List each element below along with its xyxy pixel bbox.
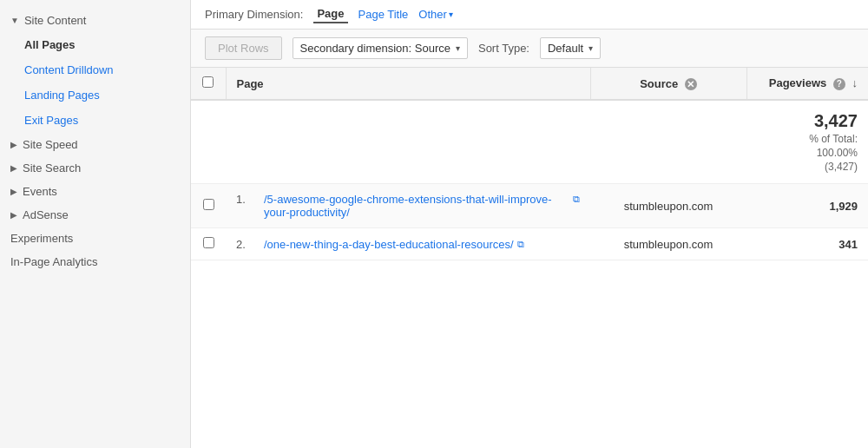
- remove-source-icon[interactable]: ✕: [685, 78, 697, 90]
- sidebar-section-events[interactable]: ▶ Events: [0, 180, 190, 203]
- table-row: 1. /5-awesome-google-chrome-extensions-t…: [191, 184, 868, 228]
- secondary-dimension-dropdown[interactable]: Secondary dimension: Source ▾: [293, 37, 468, 59]
- expand-arrow-icon: ▶: [10, 187, 17, 196]
- row-index: 2.: [236, 238, 257, 251]
- summary-checkbox-cell: [191, 100, 226, 184]
- row-pageviews: 341: [838, 238, 858, 251]
- th-pageviews-label: Pageviews: [769, 76, 827, 89]
- summary-row: 3,427 % of Total: 100.00% (3,427): [191, 100, 868, 184]
- sidebar-section-label: Site Speed: [23, 138, 78, 151]
- sidebar-section-adsense[interactable]: ▶ AdSense: [0, 203, 190, 227]
- row-source: stumbleupon.com: [624, 238, 713, 251]
- summary-pageviews-number: 3,427: [757, 111, 858, 131]
- chevron-down-icon: ▾: [589, 43, 593, 53]
- th-page: Page: [226, 68, 590, 100]
- sort-arrow-icon: ↓: [852, 76, 858, 89]
- page-link[interactable]: /5-awesome-google-chrome-extensions-that…: [264, 193, 580, 219]
- tab-page[interactable]: Page: [313, 5, 347, 23]
- expand-arrow-icon: ▼: [10, 16, 19, 25]
- th-checkbox: [191, 68, 226, 100]
- row-source: stumbleupon.com: [624, 200, 713, 213]
- expand-arrow-icon: ▶: [10, 140, 17, 149]
- sidebar-item-exit-pages[interactable]: Exit Pages: [0, 108, 190, 133]
- th-pageviews: Pageviews ? ↓: [746, 68, 868, 100]
- row-source-cell: stumbleupon.com: [590, 184, 746, 228]
- summary-pageviews-cell: 3,427 % of Total: 100.00% (3,427): [746, 100, 868, 184]
- main-content: Primary Dimension: Page Page Title Other…: [191, 0, 868, 448]
- sidebar-item-label: All Pages: [24, 38, 76, 51]
- sidebar-section-label: Site Search: [23, 161, 81, 175]
- sort-type-dropdown[interactable]: Default ▾: [540, 37, 601, 59]
- tab-other-label: Other: [418, 8, 447, 21]
- summary-percent-label: % of Total:: [757, 133, 858, 145]
- sidebar-section-label: Experiments: [10, 232, 73, 245]
- select-all-checkbox[interactable]: [202, 76, 214, 88]
- primary-dimension-bar: Primary Dimension: Page Page Title Other…: [191, 0, 868, 30]
- sort-type-label: Sort Type:: [478, 42, 529, 55]
- sidebar-section-site-content[interactable]: ▼ Site Content: [0, 9, 190, 32]
- sidebar-item-content-drilldown[interactable]: Content Drilldown: [0, 57, 190, 82]
- sidebar-section-site-speed[interactable]: ▶ Site Speed: [0, 133, 190, 156]
- sidebar-section-in-page-analytics[interactable]: In-Page Analytics: [0, 250, 190, 273]
- page-link[interactable]: /one-new-thing-a-day-best-educational-re…: [264, 238, 524, 251]
- sidebar-section-label: Site Content: [24, 14, 87, 27]
- row-source-cell: stumbleupon.com: [590, 228, 746, 260]
- sidebar-item-all-pages[interactable]: All Pages: [0, 32, 190, 57]
- sidebar-section-site-search[interactable]: ▶ Site Search: [0, 156, 190, 180]
- external-link-icon: ⧉: [573, 194, 580, 205]
- expand-arrow-icon: ▶: [10, 163, 17, 173]
- sidebar: ▼ Site Content All Pages Content Drilldo…: [0, 0, 191, 448]
- summary-total-raw: (3,427): [757, 161, 858, 173]
- row-pageviews: 1,929: [829, 200, 858, 213]
- expand-arrow-icon: ▶: [10, 210, 17, 220]
- secondary-dimension-label: Secondary dimension: Source: [300, 42, 450, 55]
- th-source: Source ✕: [590, 68, 746, 100]
- sidebar-item-label: Content Drilldown: [24, 63, 114, 76]
- tab-page-title[interactable]: Page Title: [355, 6, 412, 23]
- summary-page-cell: [226, 100, 590, 184]
- data-table-wrapper: Page Source ✕ Pageviews ? ↓: [191, 68, 868, 448]
- plot-rows-button[interactable]: Plot Rows: [205, 36, 282, 60]
- sort-default-label: Default: [548, 42, 583, 55]
- sidebar-item-landing-pages[interactable]: Landing Pages: [0, 82, 190, 108]
- th-source-label: Source: [640, 77, 678, 90]
- sidebar-section-experiments[interactable]: Experiments: [0, 227, 190, 250]
- percent-of-total-label: % of Total:: [809, 133, 858, 145]
- external-link-icon: ⧉: [517, 239, 524, 250]
- sidebar-section-label: Events: [23, 185, 57, 198]
- row-checkbox-cell[interactable]: [191, 228, 226, 260]
- sidebar-section-label: In-Page Analytics: [10, 255, 97, 268]
- chevron-down-icon: ▾: [449, 10, 453, 19]
- primary-dimension-label: Primary Dimension:: [205, 8, 303, 21]
- row-index: 1.: [236, 193, 257, 206]
- help-icon[interactable]: ?: [833, 78, 845, 90]
- sidebar-item-label: Exit Pages: [24, 114, 78, 127]
- row-checkbox-cell[interactable]: [191, 184, 226, 228]
- page-url: /5-awesome-google-chrome-extensions-that…: [264, 193, 569, 219]
- page-url: /one-new-thing-a-day-best-educational-re…: [264, 238, 514, 251]
- row-page-cell: 1. /5-awesome-google-chrome-extensions-t…: [226, 184, 590, 228]
- row-checkbox[interactable]: [203, 237, 214, 248]
- tab-other[interactable]: Other ▾: [418, 8, 453, 21]
- row-page-cell: 2. /one-new-thing-a-day-best-educational…: [226, 228, 590, 260]
- row-checkbox[interactable]: [203, 199, 214, 210]
- toolbar: Plot Rows Secondary dimension: Source ▾ …: [191, 30, 868, 68]
- data-table: Page Source ✕ Pageviews ? ↓: [191, 68, 868, 260]
- chevron-down-icon: ▾: [456, 43, 460, 53]
- table-row: 2. /one-new-thing-a-day-best-educational…: [191, 228, 868, 260]
- row-pageviews-cell: 1,929: [746, 184, 868, 228]
- table-header-row: Page Source ✕ Pageviews ? ↓: [191, 68, 868, 100]
- th-page-label: Page: [237, 77, 264, 90]
- sidebar-section-label: AdSense: [23, 208, 69, 221]
- row-pageviews-cell: 341: [746, 228, 868, 260]
- summary-source-cell: [590, 100, 746, 184]
- sidebar-item-label: Landing Pages: [24, 89, 100, 102]
- summary-percent-value: 100.00%: [757, 147, 858, 159]
